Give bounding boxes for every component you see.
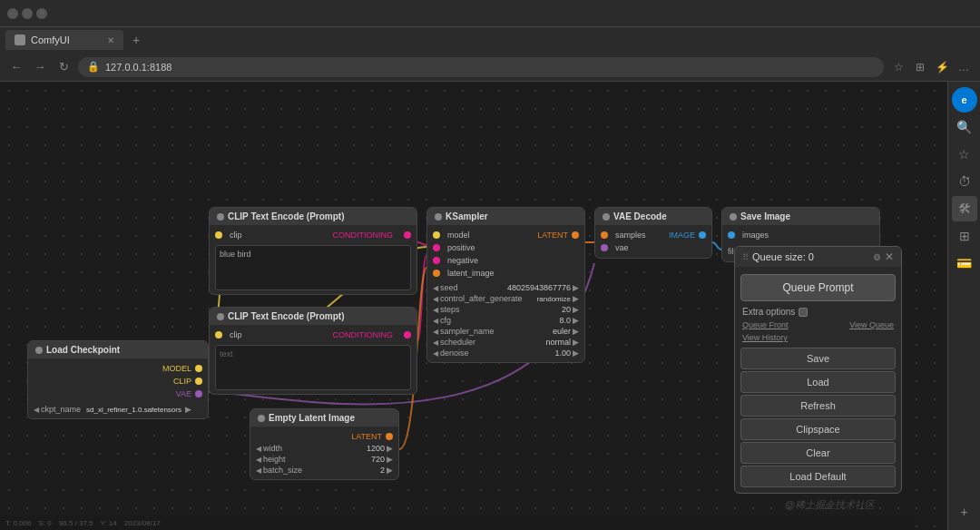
k-row-negative: negative xyxy=(433,254,579,267)
extensions-icon[interactable]: ⚡ xyxy=(933,58,951,76)
k-field-steps: ◀ steps 20 ▶ xyxy=(433,304,579,315)
queue-panel-close-icon[interactable]: ✕ xyxy=(885,250,894,263)
favorites-icon[interactable]: ☆ xyxy=(889,58,907,76)
k-field-cfg: ◀ cfg 8.0 ▶ xyxy=(433,315,579,326)
browser-tab[interactable]: ComfyUI ✕ xyxy=(5,30,123,50)
node-vae-body: samples IMAGE vae xyxy=(595,225,711,258)
tab-favicon xyxy=(15,34,25,45)
node-clip-text-1: CLIP Text Encode (Prompt) clip CONDITION… xyxy=(209,207,417,295)
settings-icon[interactable]: … xyxy=(955,58,973,76)
lock-icon: 🔒 xyxy=(87,61,100,73)
edge-tools-icon[interactable]: 🛠 xyxy=(952,196,977,221)
window-controls: — □ ✕ xyxy=(7,8,47,19)
empty-field-height: ◀ height 720 ▶ xyxy=(256,454,393,465)
status-coords: T: 0.006 xyxy=(5,519,31,527)
new-tab-button[interactable]: + xyxy=(127,31,145,49)
queue-prompt-button[interactable]: Queue Prompt xyxy=(740,274,896,301)
node-vae-decode: VAE Decode samples IMAGE vae xyxy=(594,207,712,259)
k-row-model: model LATENT xyxy=(433,229,579,241)
k-neg-port xyxy=(433,257,440,264)
save-button[interactable]: Save xyxy=(740,348,896,369)
tab-close-icon[interactable]: ✕ xyxy=(107,35,114,45)
k-row-positive: positive xyxy=(433,241,579,254)
load-button[interactable]: Load xyxy=(740,371,896,393)
k-latent-port xyxy=(572,231,579,239)
node-dot-e xyxy=(258,415,265,422)
k-field-scheduler: ◀ scheduler normal ▶ xyxy=(433,337,579,348)
edge-search-icon[interactable]: 🔍 xyxy=(952,114,977,140)
browser-tab-bar: ComfyUI ✕ + xyxy=(0,27,980,53)
back-btn[interactable]: ← xyxy=(7,58,25,76)
node-row-clip-in-2: clip CONDITIONING xyxy=(215,329,411,341)
address-bar[interactable]: 🔒 127.0.0.1:8188 xyxy=(78,57,884,77)
node-dot-k xyxy=(435,213,442,221)
view-queue-link[interactable]: View Queue xyxy=(849,320,894,329)
edge-brand-icon: e xyxy=(952,87,977,113)
input-clip-port-2 xyxy=(215,331,222,339)
empty-latent-port xyxy=(386,433,393,440)
node-empty-body: LATENT ◀ width 1200 ▶ ◀ height 720 ▶ ◀ b… xyxy=(250,427,398,479)
node-field-ckpt: ◀ ckpt_name sd_xl_refiner_1.0.safetensor… xyxy=(34,404,202,415)
extra-options-label: Extra options xyxy=(742,307,795,317)
k-field-sampler: ◀ sampler_name euler ▶ xyxy=(433,326,579,337)
node-load-checkpoint-body: MODEL CLIP VAE ◀ ckpt_name sd_xl_refiner… xyxy=(28,358,208,418)
refresh-nav-btn[interactable]: ↻ xyxy=(54,58,73,76)
textarea-text[interactable]: text xyxy=(215,345,411,390)
refresh-button[interactable]: Refresh xyxy=(740,395,896,417)
load-default-button[interactable]: Load Default xyxy=(740,466,896,487)
node-empty-latent: Empty Latent Image LATENT ◀ width 1200 ▶… xyxy=(250,408,399,480)
edge-apps-icon[interactable]: ⊞ xyxy=(952,223,977,249)
status-bar: T: 0.006 S: 0 96.5 / 37.5 Y: 14 2023/08/… xyxy=(0,515,915,530)
node-dot-s xyxy=(730,213,737,221)
empty-field-width: ◀ width 1200 ▶ xyxy=(256,443,393,454)
textarea-bird[interactable]: blue bird xyxy=(215,245,411,290)
node-title-text: Load Checkpoint xyxy=(46,345,120,355)
nav-icons-right: ☆ ⊞ ⚡ … xyxy=(889,58,973,76)
node-load-checkpoint-title: Load Checkpoint xyxy=(28,341,208,358)
clear-button[interactable]: Clear xyxy=(740,442,896,464)
node-save-title: Save Image xyxy=(722,208,879,225)
watermark: @稀土掘金技术社区 xyxy=(785,498,875,512)
node-clip-text-2: CLIP Text Encode (Prompt) clip CONDITION… xyxy=(209,307,417,395)
collections-icon[interactable]: ⊞ xyxy=(911,58,929,76)
edge-history-icon[interactable]: ⏱ xyxy=(952,169,977,194)
queue-panel-header: ⠿ Queue size: 0 ⚙ ✕ xyxy=(735,247,901,267)
output-model-port xyxy=(195,365,202,372)
queue-links-row: Queue Front View Queue xyxy=(735,319,901,331)
minimize-btn[interactable]: — xyxy=(7,8,18,19)
queue-panel: ⠿ Queue size: 0 ⚙ ✕ Queue Prompt Extra o… xyxy=(734,246,902,494)
view-history-link[interactable]: View History xyxy=(742,333,788,342)
close-btn[interactable]: ✕ xyxy=(36,8,47,19)
queue-panel-title: Queue size: 0 xyxy=(752,251,869,262)
vae-samples-port xyxy=(601,231,608,239)
extra-options-row: Extra options xyxy=(735,305,901,319)
forward-btn[interactable]: → xyxy=(31,58,49,76)
clipspace-button[interactable]: Clipspace xyxy=(740,418,896,440)
tab-label: ComfyUI xyxy=(31,34,70,45)
node-dot xyxy=(35,347,43,354)
status-date: 2023/08/17 xyxy=(124,519,161,527)
node-vae-title: VAE Decode xyxy=(595,208,711,225)
k-model-port xyxy=(433,231,440,239)
queue-drag-icon: ⠿ xyxy=(742,252,749,262)
save-row-images: images xyxy=(728,229,874,241)
input-clip-port-1 xyxy=(215,231,222,239)
k-field-seed: ◀ seed 48025943867776 ▶ xyxy=(433,282,579,293)
node-clip-text-1-title: CLIP Text Encode (Prompt) xyxy=(210,208,416,225)
queue-front-link[interactable]: Queue Front xyxy=(742,320,789,329)
edge-plus-icon[interactable]: + xyxy=(952,499,977,525)
queue-panel-settings-icon[interactable]: ⚙ xyxy=(873,252,881,262)
maximize-btn[interactable]: □ xyxy=(22,8,33,19)
vae-image-port xyxy=(699,231,706,239)
browser-titlebar: — □ ✕ xyxy=(0,0,980,27)
canvas-area[interactable]: Load Checkpoint MODEL CLIP VAE ◀ ckpt_na… xyxy=(0,82,947,530)
vae-row-vae: vae xyxy=(601,241,706,254)
extra-options-checkbox[interactable] xyxy=(799,308,808,317)
edge-collections-icon[interactable]: ☆ xyxy=(952,142,977,167)
vae-vae-port xyxy=(601,244,608,251)
node-ksampler-body: model LATENT positive negative latent_im… xyxy=(427,225,584,362)
edge-wallet-icon[interactable]: 💳 xyxy=(952,250,977,276)
node-title-text-e: Empty Latent Image xyxy=(269,413,355,423)
k-row-latent: latent_image xyxy=(433,267,579,280)
node-dot-1 xyxy=(217,213,224,221)
